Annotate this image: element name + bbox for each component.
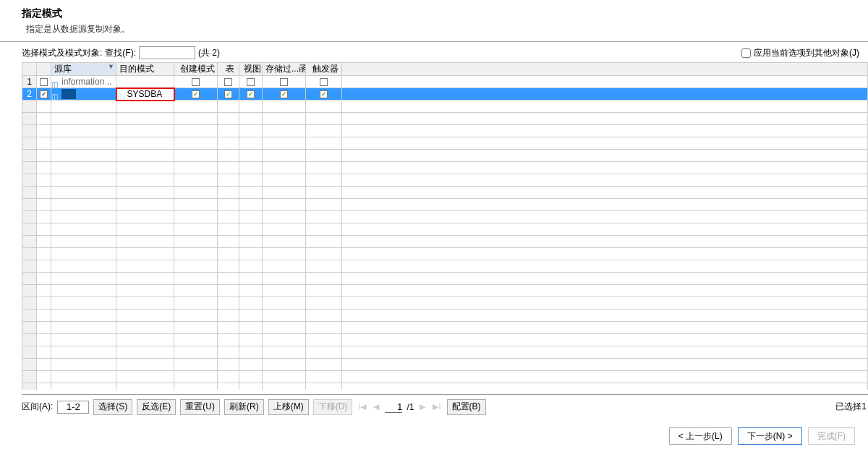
col-target[interactable]: 目的模式: [116, 63, 174, 76]
cell-filler: [342, 88, 868, 101]
checkbox-icon[interactable]: [280, 78, 288, 86]
col-table[interactable]: 表: [218, 63, 239, 76]
col-filler: [342, 63, 868, 76]
col-rownum: [22, 63, 37, 76]
col-source[interactable]: 源库▼: [51, 63, 116, 76]
movedown-button: 下移(D): [313, 399, 353, 415]
range-label: 区间(A):: [22, 401, 53, 413]
cell-proc[interactable]: [263, 76, 306, 88]
cell-filler: [342, 76, 868, 88]
database-icon: [117, 91, 126, 98]
invert-button[interactable]: 反选(E): [137, 399, 176, 415]
wizard-footer: < 上一步(L) 下一步(N) > 完成(F): [669, 427, 855, 445]
col-view[interactable]: 视图: [239, 63, 263, 76]
table-row-empty: [22, 248, 868, 260]
wizard-header: 指定模式 指定是从数据源复制对象。: [0, 0, 868, 42]
table-row-empty: [22, 236, 868, 248]
nav-next-icon: ▶: [418, 402, 427, 412]
table-row-empty: [22, 137, 868, 150]
finish-button: 完成(F): [808, 427, 855, 445]
table-row-empty: [22, 322, 868, 334]
col-check[interactable]: [37, 63, 51, 76]
checkbox-checked-icon[interactable]: [280, 90, 288, 98]
schema-grid[interactable]: 源库▼ 目的模式 创建模式 表 视图 存储过...函数 触发器 1informa…: [22, 62, 868, 390]
cell-create[interactable]: [174, 76, 218, 88]
cell-create[interactable]: [174, 88, 218, 101]
table-row-empty: [22, 162, 868, 174]
select-schema-label: 选择模式及模式对象:: [22, 47, 102, 59]
table-row-empty: [22, 297, 868, 310]
table-row[interactable]: 2SYSDBA: [22, 88, 868, 101]
col-proc[interactable]: 存储过...函数: [263, 63, 306, 76]
cell-source[interactable]: [51, 88, 116, 101]
nav-prev-icon: ◀: [372, 402, 380, 412]
page-current-input[interactable]: [385, 401, 402, 413]
page-title: 指定模式: [22, 7, 854, 20]
bottom-toolbar: 区间(A): 选择(S) 反选(E) 重置(U) 刷新(R) 上移(M) 下移(…: [22, 394, 868, 416]
checkbox-checked-icon[interactable]: [320, 90, 328, 98]
table-row-empty: [22, 260, 868, 273]
cell-view[interactable]: [239, 88, 263, 101]
reset-button[interactable]: 重置(U): [180, 399, 220, 415]
table-row-empty: [22, 371, 868, 383]
checkbox-checked-icon[interactable]: [224, 90, 232, 98]
page-subtitle: 指定是从数据源复制对象。: [22, 23, 854, 35]
checkbox-icon[interactable]: [247, 78, 255, 86]
cell-proc[interactable]: [263, 88, 306, 101]
cell-trigger[interactable]: [306, 76, 342, 88]
checkbox-icon[interactable]: [320, 78, 328, 86]
table-row-empty: [22, 150, 868, 162]
cell-target[interactable]: [116, 76, 174, 88]
select-button[interactable]: 选择(S): [93, 399, 132, 415]
refresh-button[interactable]: 刷新(R): [224, 399, 264, 415]
table-row-empty: [22, 199, 868, 211]
table-row-empty: [22, 383, 868, 391]
grid-header-row: 源库▼ 目的模式 创建模式 表 视图 存储过...函数 触发器: [22, 63, 868, 76]
table-row-empty: [22, 211, 868, 223]
config-button[interactable]: 配置(B): [447, 399, 486, 415]
cell-source[interactable]: information ..: [51, 76, 116, 88]
table-row-empty: [22, 101, 868, 113]
col-create[interactable]: 创建模式: [174, 63, 218, 76]
table-row-empty: [22, 334, 868, 346]
apply-to-others-label: 应用当前选项到其他对象(J): [754, 47, 859, 59]
nav-first-icon: I◀: [357, 402, 367, 412]
row-number: 2: [22, 88, 37, 101]
table-row-empty: [22, 359, 868, 371]
table-row-empty: [22, 310, 868, 322]
range-input[interactable]: [57, 401, 89, 414]
checkbox-icon[interactable]: [224, 78, 232, 86]
table-row-empty: [22, 223, 868, 236]
row-checkbox[interactable]: [37, 76, 51, 88]
col-trigger[interactable]: 触发器: [306, 63, 342, 76]
checkbox-checked-icon[interactable]: [247, 90, 255, 98]
find-label: 查找(F):: [105, 47, 136, 59]
database-icon: [51, 79, 60, 86]
checkbox-icon[interactable]: [192, 78, 200, 86]
page-total: /1: [407, 402, 414, 412]
row-number: 1: [22, 76, 37, 88]
cell-view[interactable]: [239, 76, 263, 88]
find-input[interactable]: [139, 46, 195, 59]
row-checkbox[interactable]: [37, 88, 51, 101]
nav-last-icon: ▶I: [431, 402, 442, 412]
table-row-empty: [22, 285, 868, 297]
prev-step-button[interactable]: < 上一步(L): [669, 427, 732, 445]
apply-to-others-checkbox[interactable]: [741, 48, 751, 58]
table-row-empty: [22, 346, 868, 359]
total-count-label: (共 2): [198, 47, 220, 59]
table-row-empty: [22, 113, 868, 125]
table-row[interactable]: 1information ..: [22, 76, 868, 88]
table-row-empty: [22, 174, 868, 187]
table-row-empty: [22, 187, 868, 199]
database-icon: [51, 91, 60, 98]
table-row-empty: [22, 273, 868, 285]
next-step-button[interactable]: 下一步(N) >: [738, 427, 802, 445]
cell-table[interactable]: [218, 76, 239, 88]
cell-target[interactable]: SYSDBA: [116, 88, 174, 101]
top-toolbar: 选择模式及模式对象: 查找(F): (共 2) 应用当前选项到其他对象(J): [0, 42, 868, 62]
cell-table[interactable]: [218, 88, 239, 101]
cell-trigger[interactable]: [306, 88, 342, 101]
checkbox-checked-icon[interactable]: [192, 90, 200, 98]
moveup-button[interactable]: 上移(M): [268, 399, 309, 415]
